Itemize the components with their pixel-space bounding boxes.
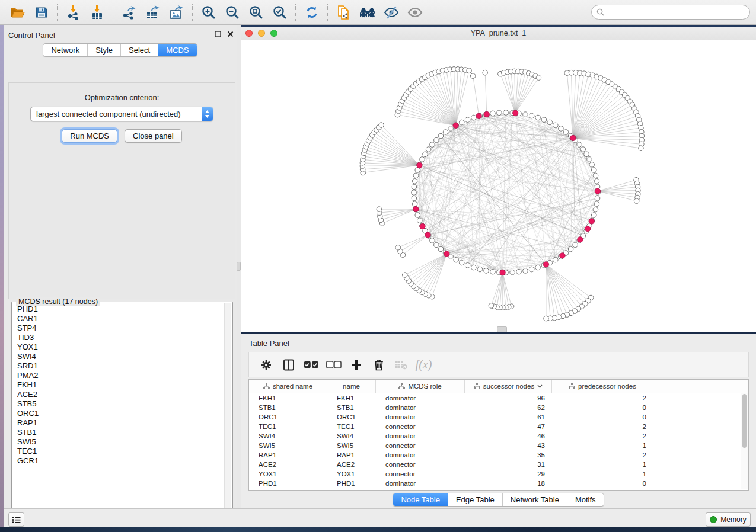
mcds-result-item[interactable]: RAP1 xyxy=(13,418,224,428)
show-panels-button[interactable] xyxy=(8,512,24,527)
column-header-shared-name[interactable]: shared name xyxy=(249,380,327,393)
select-all-button[interactable] xyxy=(302,356,320,373)
control-panel-tabbar: NetworkStyleSelectMCDS xyxy=(4,43,237,57)
eye-slash-icon xyxy=(383,5,400,20)
memory-button[interactable]: Memory xyxy=(706,512,751,527)
mcds-result-item[interactable]: FKH1 xyxy=(13,380,224,390)
mcds-result-item[interactable]: TID3 xyxy=(13,333,224,342)
tab-network-table[interactable]: Network Table xyxy=(502,493,567,506)
list-icon xyxy=(12,516,21,524)
tab-select[interactable]: Select xyxy=(120,44,158,56)
mcds-result-item[interactable]: STB1 xyxy=(13,428,224,437)
zoom-in-button[interactable] xyxy=(197,2,221,23)
function-builder-button[interactable]: f(x) xyxy=(415,356,432,373)
zoom-fit-button[interactable] xyxy=(244,2,268,23)
toolbar-separator xyxy=(192,4,193,21)
table-row[interactable]: TEC1TEC1connector472 xyxy=(249,422,748,431)
tab-node-table[interactable]: Node Table xyxy=(393,493,448,506)
horizontal-splitter-handle[interactable] xyxy=(497,326,507,332)
export-table-button[interactable] xyxy=(141,2,165,23)
control-panel: Control Panel NetworkStyleSelectMCDS Opt… xyxy=(4,25,237,508)
refresh-button[interactable] xyxy=(300,2,324,23)
mcds-result-item[interactable]: STP4 xyxy=(13,323,224,333)
zoom-selected-button[interactable] xyxy=(268,2,292,23)
table-row[interactable]: ORC1ORC1dominator610 xyxy=(249,412,748,422)
show-column-button[interactable] xyxy=(280,356,297,373)
mcds-result-item[interactable]: SWI5 xyxy=(13,437,224,447)
mcds-result-item[interactable]: SRD1 xyxy=(13,361,224,371)
mcds-result-item[interactable]: SWI4 xyxy=(13,352,224,361)
table-cell: ACE2 xyxy=(249,461,327,468)
criterion-select[interactable]: largest connected component (undirected) xyxy=(30,107,213,121)
table-cell: SWI4 xyxy=(327,432,376,440)
close-panel-button-mcds[interactable]: Close panel xyxy=(125,129,182,143)
table-cell: dominator xyxy=(376,451,465,459)
clone-network-button[interactable] xyxy=(332,2,356,23)
tab-style[interactable]: Style xyxy=(87,44,120,56)
mcds-result-list[interactable]: PHD1CAR1STP4TID3YOX1SWI4SRD1PMA2FKH1ACE2… xyxy=(13,305,224,520)
mcds-result-item[interactable]: PMA2 xyxy=(13,371,224,380)
table-panel-title: Table Panel xyxy=(249,338,289,348)
table-row[interactable]: SWI5SWI5connector431 xyxy=(249,441,748,450)
column-header-MCDS-role[interactable]: MCDS role xyxy=(376,380,465,393)
table-row[interactable]: ACE2ACE2connector311 xyxy=(249,460,748,469)
search-input[interactable] xyxy=(607,8,745,17)
network-window-titlebar[interactable]: YPA_prune.txt_1 xyxy=(241,27,756,40)
result-list-scrollbar[interactable] xyxy=(224,303,231,520)
table-cell: dominator xyxy=(376,395,465,402)
network-canvas[interactable] xyxy=(241,40,756,332)
mcds-result-item[interactable]: GCR1 xyxy=(13,456,224,466)
mcds-result-item[interactable]: ACE2 xyxy=(13,390,224,399)
scrollbar-thumb[interactable] xyxy=(742,394,747,448)
column-header-successor-nodes[interactable]: successor nodes xyxy=(465,380,552,393)
table-cell: TEC1 xyxy=(327,423,376,430)
zoom-out-button[interactable] xyxy=(221,2,244,23)
tab-mcds[interactable]: MCDS xyxy=(158,44,196,56)
mcds-result-item[interactable]: CAR1 xyxy=(13,314,224,323)
vertical-splitter[interactable] xyxy=(237,25,241,508)
mcds-result-item[interactable]: ORC1 xyxy=(13,409,224,418)
delete-table-button[interactable] xyxy=(393,356,410,373)
table-cell: 0 xyxy=(552,404,653,411)
mcds-result-item[interactable]: STB5 xyxy=(13,399,224,409)
column-header-predecessor-nodes[interactable]: predecessor nodes xyxy=(552,380,653,393)
first-neighbors-button[interactable] xyxy=(356,2,379,23)
table-scrollbar[interactable] xyxy=(741,393,748,489)
tab-edge-table[interactable]: Edge Table xyxy=(448,493,502,506)
table-cell: 1 xyxy=(552,461,653,468)
tab-motifs[interactable]: Motifs xyxy=(567,493,604,506)
import-network-button[interactable] xyxy=(62,2,85,23)
deselect-all-button[interactable] xyxy=(325,356,342,373)
column-header-name[interactable]: name xyxy=(327,380,376,393)
table-row[interactable]: YOX1YOX1connector291 xyxy=(249,469,748,479)
table-row[interactable]: STB1STB1dominator620 xyxy=(249,403,748,412)
open-file-button[interactable] xyxy=(6,2,30,23)
table-settings-button[interactable] xyxy=(257,356,275,373)
run-mcds-button[interactable]: Run MCDS xyxy=(62,129,117,143)
save-session-button[interactable] xyxy=(30,2,53,23)
table-tabbar: Node TableEdge TableNetwork TableMotifs xyxy=(241,493,756,507)
table-cell: 96 xyxy=(465,395,552,402)
export-network-button[interactable] xyxy=(117,2,141,23)
splitter-handle[interactable] xyxy=(237,262,241,271)
import-table-button[interactable] xyxy=(85,2,109,23)
table-cell: ORC1 xyxy=(249,414,327,421)
table-cell: 29 xyxy=(465,470,552,477)
export-image-button[interactable] xyxy=(165,2,189,23)
table-row[interactable]: PHD1PHD1dominator180 xyxy=(249,479,748,488)
search-field[interactable] xyxy=(591,5,750,20)
delete-column-button[interactable] xyxy=(370,356,387,373)
table-cell: 2 xyxy=(552,423,653,430)
show-all-button[interactable] xyxy=(403,2,427,23)
create-column-button[interactable] xyxy=(347,356,365,373)
mcds-result-item[interactable]: TEC1 xyxy=(13,447,224,456)
mcds-result-item[interactable]: PHD1 xyxy=(13,305,224,314)
table-row[interactable]: FKH1FKH1dominator962 xyxy=(249,393,748,403)
hide-selected-button[interactable] xyxy=(379,2,403,23)
table-row[interactable]: SWI4SWI4dominator462 xyxy=(249,431,748,441)
tab-network[interactable]: Network xyxy=(43,44,87,56)
float-panel-button[interactable] xyxy=(213,29,222,39)
mcds-result-item[interactable]: YOX1 xyxy=(13,342,224,352)
table-row[interactable]: RAP1RAP1dominator352 xyxy=(249,450,748,460)
close-panel-button[interactable] xyxy=(225,29,235,39)
